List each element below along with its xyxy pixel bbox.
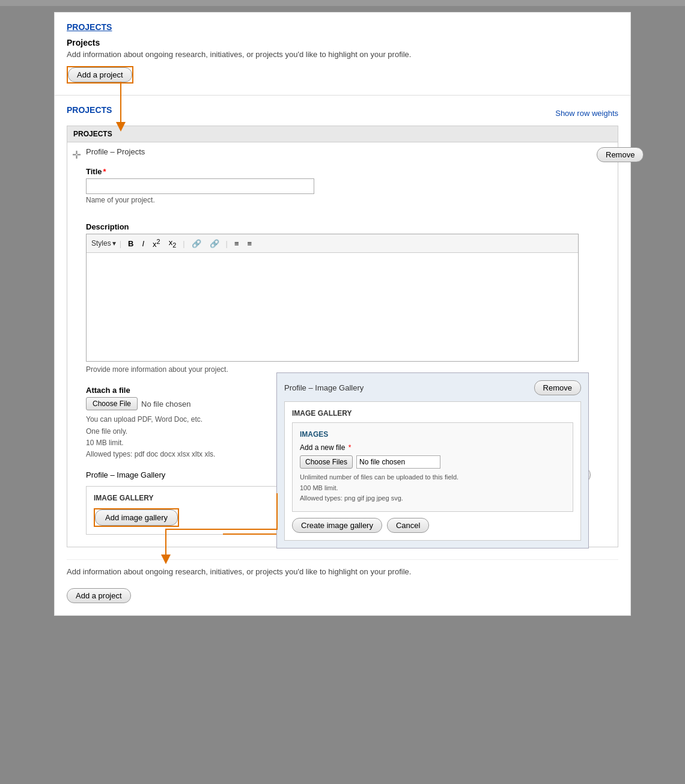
projects-title-link[interactable]: PROJECTS — [67, 22, 112, 32]
rte-indent-button[interactable]: ≡ — [245, 238, 255, 249]
cancel-button[interactable]: Cancel — [387, 518, 429, 533]
rte-sep3: | — [226, 239, 228, 248]
modal-title: Profile – Image Gallery — [284, 383, 364, 392]
image-gallery-modal: Profile – Image Gallery Remove IMAGE GAL… — [276, 372, 589, 548]
modal-remove-button[interactable]: Remove — [534, 380, 581, 395]
rte-sep1: | — [120, 239, 121, 248]
show-row-weights-link[interactable]: Show row weights — [555, 109, 618, 118]
panel-header: PROJECTS — [67, 105, 112, 115]
modal-file-hints: Unlimited number of files can be uploade… — [300, 472, 565, 504]
modal-inner-box: IMAGE GALLERY IMAGES Add a new file * Ch… — [284, 401, 581, 541]
add-new-file-label: Add a new file * — [300, 443, 565, 452]
image-gallery-row-label: Profile – Image Gallery — [86, 470, 165, 479]
modal-hint-1: Unlimited number of files can be uploade… — [300, 472, 565, 483]
rte-bold-button[interactable]: B — [125, 238, 136, 249]
rte-unlink-button[interactable]: 🔗 — [207, 238, 222, 249]
rte-editor: Styles ▾ | B I x2 x2 | 🔗 🔗 | — [86, 234, 579, 362]
modal-required-star: * — [349, 443, 352, 452]
remove-profile-projects-button[interactable]: Remove — [597, 147, 644, 162]
title-input[interactable] — [86, 178, 314, 194]
add-image-gallery-button[interactable]: Add image gallery — [95, 509, 178, 526]
add-project-button-bottom[interactable]: Add a project — [67, 588, 131, 603]
rte-link-button[interactable]: 🔗 — [189, 238, 204, 249]
rte-superscript-button[interactable]: x2 — [150, 237, 163, 250]
projects-table-header: PROJECTS — [67, 126, 618, 142]
choose-files-button[interactable]: Choose Files — [300, 455, 353, 469]
images-section: IMAGES Add a new file * Choose Files Unl… — [292, 422, 573, 512]
modal-hint-3: Allowed types: png gif jpg jpeg svg. — [300, 493, 565, 504]
no-file-chosen-input — [356, 455, 440, 469]
create-image-gallery-button[interactable]: Create image gallery — [292, 518, 382, 533]
rte-subscript-button[interactable]: x2 — [166, 237, 180, 250]
projects-subtitle: Projects — [67, 38, 618, 47]
drag-handle-icon: ✛ — [72, 149, 81, 161]
modal-action-buttons: Create image gallery Cancel — [292, 518, 573, 533]
rte-list-button[interactable]: ≡ — [231, 238, 242, 249]
projects-description: Add information about ongoing research, … — [67, 50, 618, 59]
rte-body[interactable] — [87, 253, 578, 361]
rte-italic-button[interactable]: I — [139, 238, 147, 249]
modal-inner-title: IMAGE GALLERY — [292, 409, 573, 418]
rte-styles-dropdown[interactable]: Styles ▾ — [91, 239, 116, 248]
choose-file-button[interactable]: Choose File — [86, 397, 138, 410]
description-field-label: Description — [86, 222, 579, 231]
add-project-button-top[interactable]: Add a project — [68, 67, 132, 82]
required-star: * — [103, 167, 106, 176]
bottom-description: Add information about ongoing research, … — [67, 567, 618, 576]
file-upload-row: Choose Files — [300, 455, 565, 469]
no-file-chosen-text: No file chosen — [141, 400, 190, 409]
title-hint: Name of your project. — [86, 196, 579, 204]
rte-sep2: | — [183, 239, 184, 248]
profile-projects-label: Profile – Projects — [86, 147, 591, 156]
images-section-label: IMAGES — [300, 430, 565, 439]
modal-hint-2: 100 MB limit. — [300, 483, 565, 494]
rte-toolbar: Styles ▾ | B I x2 x2 | 🔗 🔗 | — [87, 234, 578, 253]
title-field-label: Title* — [86, 167, 579, 176]
